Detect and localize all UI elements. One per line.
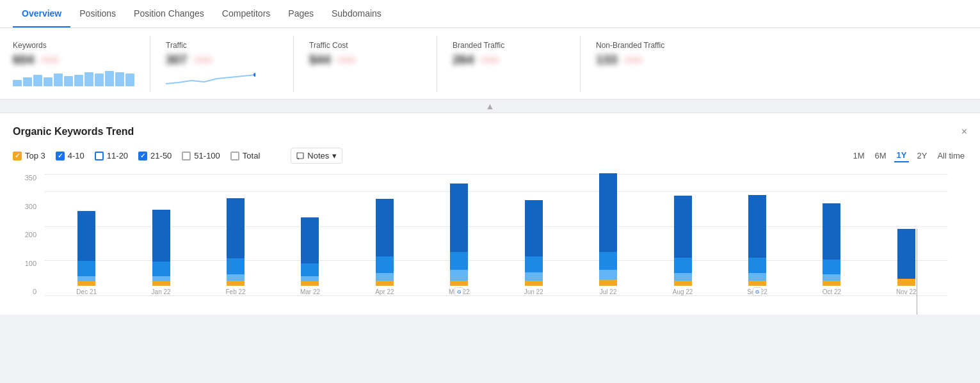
metric-nonbranded-label: Non-Branded Traffic: [596, 41, 709, 50]
time-btn-1y[interactable]: 1Y: [894, 149, 910, 162]
metric-traffic-cost: Traffic Cost $44 +319: [309, 36, 437, 91]
bar-blue: [748, 195, 766, 258]
y-axis: 350 300 200 100 0: [13, 174, 42, 295]
notes-label: Notes: [307, 151, 329, 160]
bar-blue: [301, 217, 319, 263]
chart-title: Organic Keywords Trend: [13, 126, 134, 137]
bar-month-label: Jan 22: [152, 288, 171, 295]
bar-group: Dec 21: [51, 211, 122, 295]
bar-group: Jun 22: [499, 200, 569, 295]
bar-orange: [525, 281, 543, 286]
bar-blue: [450, 184, 468, 251]
bar-orange: [227, 281, 245, 286]
bar-midblue: [674, 258, 692, 274]
metric-nonbranded-sub: +319: [622, 55, 641, 65]
bar-month-label: Mar 22: [300, 288, 320, 295]
filter-4-10-label: 4-10: [68, 151, 84, 160]
bar-month-label: Dec 21: [76, 288, 97, 295]
bar-midblue: [525, 256, 543, 272]
checkbox-top3[interactable]: ✓: [13, 152, 22, 160]
nav-position-changes[interactable]: Position Changes: [125, 1, 213, 27]
bar-blue: [77, 211, 95, 261]
filter-21-50[interactable]: ✓ 21-50: [138, 151, 172, 160]
bar-midblue: [152, 262, 170, 276]
bar-lightblue: [599, 270, 617, 279]
chart-section: Organic Keywords Trend × ✓ Top 3 ✓ 4-10: [0, 113, 980, 315]
bar-month-label: Sep 22G: [747, 288, 767, 295]
bar-orange: [152, 281, 170, 286]
filter-4-10[interactable]: ✓ 4-10: [56, 151, 84, 160]
time-btn-1m[interactable]: 1M: [850, 150, 867, 162]
checkbox-11-20[interactable]: [95, 152, 104, 160]
filter-top3[interactable]: ✓ Top 3: [13, 151, 45, 160]
svg-point-0: [253, 73, 255, 77]
metric-keywords-label: Keywords: [13, 41, 134, 50]
checkbox-total[interactable]: [230, 152, 239, 160]
bar-midblue: [301, 263, 319, 276]
metric-traffic-main: 307: [166, 52, 187, 67]
y-label-200: 200: [13, 231, 42, 238]
vertical-cursor-line: [917, 229, 917, 315]
bar-blue: [376, 199, 394, 256]
bar-blue: [525, 200, 543, 256]
metric-traffic-cost-sub: +319: [335, 55, 354, 65]
notes-icon: [296, 152, 304, 160]
time-btn-2y[interactable]: 2Y: [914, 150, 929, 162]
bar-group: Nov 22: [871, 229, 942, 295]
bar-group: Mar 22: [275, 217, 345, 295]
metric-branded-traffic: Branded Traffic 264 +319: [453, 36, 581, 91]
bar-orange: [450, 281, 468, 286]
metric-nonbranded-main: 133: [596, 52, 617, 67]
bar-midblue: [227, 258, 245, 274]
close-button[interactable]: ×: [961, 126, 967, 137]
metric-traffic-cost-label: Traffic Cost: [309, 41, 421, 50]
time-btn-6m[interactable]: 6M: [872, 150, 889, 162]
filter-11-20[interactable]: 11-20: [95, 151, 128, 160]
y-label-100: 100: [13, 260, 42, 267]
bar-lightblue: [301, 276, 319, 281]
nav-subdomains[interactable]: Subdomains: [323, 1, 390, 27]
nav-positions[interactable]: Positions: [70, 1, 125, 27]
bar-lightblue: [674, 273, 692, 280]
notes-button[interactable]: Notes ▾: [291, 148, 342, 164]
metric-traffic-label: Traffic: [166, 41, 278, 50]
expand-arrow[interactable]: ▲: [0, 100, 980, 113]
bar-group: Jan 22: [125, 210, 196, 295]
traffic-mini-chart: [166, 71, 255, 86]
metric-keywords: Keywords 604 +319: [13, 36, 150, 91]
notes-chevron: ▾: [332, 151, 337, 160]
bar-lightblue: [450, 270, 468, 280]
filter-51-100[interactable]: 51-100: [182, 151, 220, 160]
bar-month-label: Jun 22: [524, 288, 543, 295]
metrics-bar: Keywords 604 +319 Traffic 307 +319: [0, 28, 980, 100]
checkbox-51-100[interactable]: [182, 152, 191, 160]
bar-group: Apr 22: [349, 199, 420, 295]
checkbox-21-50[interactable]: ✓: [138, 152, 147, 160]
metric-branded-label: Branded Traffic: [453, 41, 565, 50]
bar-blue: [674, 196, 692, 258]
bar-orange: [823, 281, 840, 286]
bar-blue: [152, 210, 170, 262]
nav-overview[interactable]: Overview: [13, 1, 70, 27]
bar-blue: [897, 229, 915, 279]
bar-midblue: [599, 252, 617, 270]
filter-51-100-label: 51-100: [194, 151, 220, 160]
bar-lightblue: [77, 276, 95, 281]
checkbox-4-10[interactable]: ✓: [56, 152, 65, 160]
bar-lightblue: [823, 274, 840, 281]
metric-traffic: Traffic 307 +319: [166, 36, 294, 91]
chart-area: 350 300 200 100 0 Dec 21Jan 22Feb 22Mar …: [13, 174, 967, 315]
filter-top3-label: Top 3: [25, 151, 45, 160]
y-label-350: 350: [13, 174, 42, 182]
bar-group: Sep 22G: [722, 195, 792, 295]
bar-midblue: [450, 252, 468, 270]
nav-competitors[interactable]: Competitors: [213, 1, 279, 27]
bar-midblue: [823, 260, 840, 274]
filter-group: ✓ Top 3 ✓ 4-10 11-20 ✓ 21-50: [13, 148, 342, 164]
filter-total[interactable]: Total: [230, 151, 260, 160]
bar-blue: [227, 198, 245, 258]
chart-header: Organic Keywords Trend ×: [13, 126, 967, 137]
y-label-0: 0: [13, 288, 42, 295]
nav-pages[interactable]: Pages: [279, 1, 323, 27]
time-btn-all[interactable]: All time: [935, 150, 967, 162]
